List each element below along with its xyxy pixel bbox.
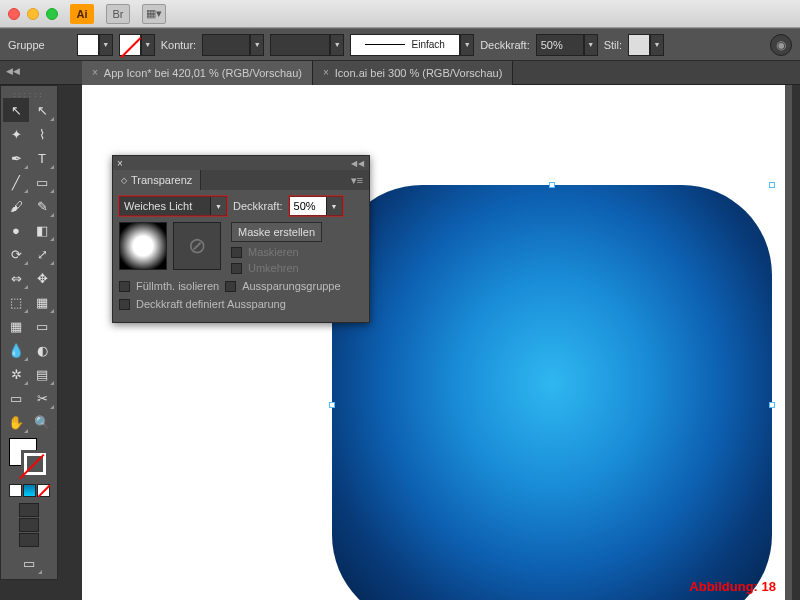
brush-definition[interactable]: Einfach▼	[350, 34, 474, 56]
fill-stroke-indicator[interactable]	[9, 438, 49, 478]
selection-handle[interactable]	[329, 402, 335, 408]
panel-opacity-label: Deckkraft:	[233, 200, 283, 212]
artboard-tool[interactable]: ▭	[3, 386, 29, 410]
panel-header[interactable]: × ◀◀	[113, 156, 369, 170]
vertical-scrollbar[interactable]	[785, 85, 792, 600]
stroke-weight-input[interactable]: ▼	[202, 34, 264, 56]
free-transform-tool[interactable]: ✥	[29, 266, 55, 290]
close-window-button[interactable]	[8, 8, 20, 20]
control-bar: Gruppe ▼ ▼ Kontur: ▼ ▼ Einfach▼ Deckkraf…	[0, 28, 800, 61]
paintbrush-tool[interactable]: 🖌	[3, 194, 29, 218]
figure-caption: Abbildung: 18	[689, 579, 776, 594]
graphic-style[interactable]: ▼	[628, 34, 664, 56]
panel-menu-icon[interactable]: ▾≡	[345, 174, 369, 187]
traffic-lights	[8, 8, 58, 20]
panel-title: Transparenz	[131, 174, 192, 186]
symbol-sprayer-tool[interactable]: ✲	[3, 362, 29, 386]
eraser-tool[interactable]: ◧	[29, 218, 55, 242]
draw-inside[interactable]	[19, 533, 39, 547]
document-tabs: ×App Icon* bei 420,01 % (RGB/Vorschau) ×…	[0, 61, 800, 85]
tab-label: Icon.ai bei 300 % (RGB/Vorschau)	[335, 67, 503, 79]
drawing-modes	[3, 503, 55, 547]
stroke-label: Kontur:	[161, 39, 196, 51]
color-mode-gradient[interactable]	[23, 484, 36, 497]
pencil-tool[interactable]: ✎	[29, 194, 55, 218]
color-mode-row	[3, 484, 55, 497]
knockout-group-checkbox[interactable]: Aussparungsgruppe	[225, 280, 340, 292]
eyedropper-tool[interactable]: 💧	[3, 338, 29, 362]
object-thumbnail[interactable]	[119, 222, 167, 270]
document-tab[interactable]: ×App Icon* bei 420,01 % (RGB/Vorschau)	[82, 61, 313, 85]
perspective-grid-tool[interactable]: ▦	[29, 290, 55, 314]
rotate-tool[interactable]: ⟳	[3, 242, 29, 266]
window-titlebar: Ai Br ▦▾	[0, 0, 800, 28]
hand-tool[interactable]: ✋	[3, 410, 29, 434]
selection-handle[interactable]	[549, 182, 555, 188]
make-mask-button[interactable]: Maske erstellen	[231, 222, 322, 242]
blob-brush-tool[interactable]: ●	[3, 218, 29, 242]
opacity-label: Deckkraft:	[480, 39, 530, 51]
direct-selection-tool[interactable]: ↖	[29, 98, 55, 122]
zoom-tool[interactable]: 🔍	[29, 410, 55, 434]
isolate-blending-checkbox[interactable]: Füllmth. isolieren	[119, 280, 219, 292]
type-tool[interactable]: T	[29, 146, 55, 170]
rectangle-tool[interactable]: ▭	[29, 170, 55, 194]
mesh-tool[interactable]: ▦	[3, 314, 29, 338]
fill-swatch-control[interactable]: ▼	[77, 34, 113, 56]
panel-tab-transparency[interactable]: ◇Transparenz	[113, 170, 201, 190]
lasso-tool[interactable]: ⌇	[29, 122, 55, 146]
color-mode-none[interactable]	[37, 484, 50, 497]
stroke-swatch-control[interactable]: ▼	[119, 34, 155, 56]
document-setup-icon[interactable]: ◉	[770, 34, 792, 56]
blend-mode-select[interactable]: ▼	[119, 196, 227, 216]
color-mode-solid[interactable]	[9, 484, 22, 497]
collapse-tools-icon[interactable]: ◀◀	[6, 66, 20, 76]
fill-swatch	[77, 34, 99, 56]
screen-mode-button[interactable]: ▭	[16, 551, 43, 575]
selection-tool[interactable]: ↖	[3, 98, 29, 122]
draw-normal[interactable]	[19, 503, 39, 517]
clip-checkbox: Maskieren	[231, 246, 322, 258]
selection-handle[interactable]	[769, 182, 775, 188]
close-icon[interactable]: ×	[323, 67, 329, 78]
tab-label: App Icon* bei 420,01 % (RGB/Vorschau)	[104, 67, 302, 79]
magic-wand-tool[interactable]: ✦	[3, 122, 29, 146]
close-icon[interactable]: ×	[92, 67, 98, 78]
zoom-window-button[interactable]	[46, 8, 58, 20]
column-graph-tool[interactable]: ▤	[29, 362, 55, 386]
tools-panel: :::::: ↖↖ ✦⌇ ✒T ╱▭ 🖌✎ ●◧ ⟳⤢ ⇔✥ ⬚▦ ▦▭ 💧◐ …	[0, 85, 58, 580]
selection-handle[interactable]	[769, 402, 775, 408]
gradient-tool[interactable]: ▭	[29, 314, 55, 338]
draw-behind[interactable]	[19, 518, 39, 532]
bridge-button[interactable]: Br	[106, 4, 130, 24]
invert-checkbox: Umkehren	[231, 262, 322, 274]
pen-tool[interactable]: ✒	[3, 146, 29, 170]
line-tool[interactable]: ╱	[3, 170, 29, 194]
mask-thumbnail[interactable]: ⊘	[173, 222, 221, 270]
document-tab[interactable]: ×Icon.ai bei 300 % (RGB/Vorschau)	[313, 61, 513, 85]
stroke-swatch	[119, 34, 141, 56]
close-icon[interactable]: ×	[117, 158, 123, 169]
arrange-documents-button[interactable]: ▦▾	[142, 4, 166, 24]
collapse-icon[interactable]: ◀◀	[351, 159, 365, 168]
varwidth-profile[interactable]: ▼	[270, 34, 344, 56]
panel-opacity-input[interactable]: ▼	[289, 196, 343, 216]
shape-builder-tool[interactable]: ⬚	[3, 290, 29, 314]
artwork-rounded-rect[interactable]	[332, 185, 772, 600]
opacity-defines-knockout-checkbox[interactable]: Deckkraft definiert Aussparung	[119, 298, 286, 310]
scale-tool[interactable]: ⤢	[29, 242, 55, 266]
app-badge: Ai	[70, 4, 94, 24]
minimize-window-button[interactable]	[27, 8, 39, 20]
transparency-panel: × ◀◀ ◇Transparenz ▾≡ ▼ Deckkraft: ▼ ⊘ Ma…	[112, 155, 370, 323]
width-tool[interactable]: ⇔	[3, 266, 29, 290]
opacity-input[interactable]: ▼	[536, 34, 598, 56]
selection-type-label: Gruppe	[8, 39, 45, 51]
slice-tool[interactable]: ✂	[29, 386, 55, 410]
panel-drag-handle[interactable]: ::::::	[3, 90, 55, 98]
blend-tool[interactable]: ◐	[29, 338, 55, 362]
style-label: Stil:	[604, 39, 622, 51]
